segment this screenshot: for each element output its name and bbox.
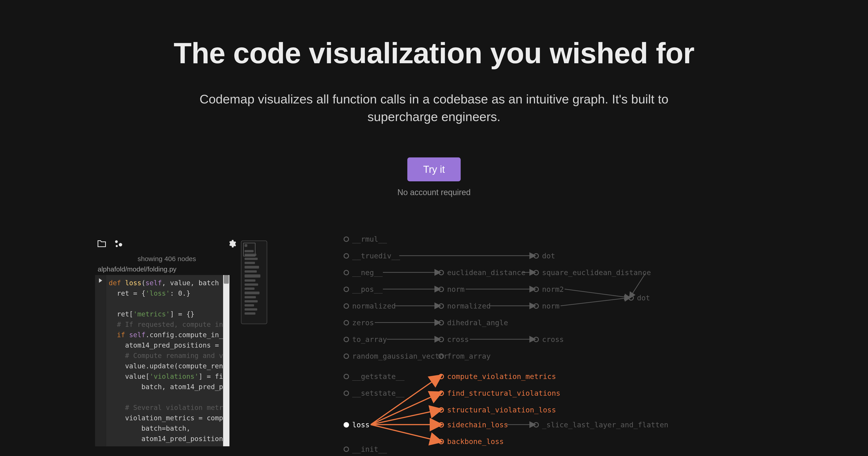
graph-node[interactable]: backbone_loss [438,437,504,446]
graph-node[interactable]: find_structural_violations [438,389,560,397]
svg-point-0 [115,240,118,243]
node-ring-icon [344,354,349,359]
node-label: cross [542,335,564,344]
node-label: loss [352,421,370,429]
node-label: __getstate__ [352,372,404,381]
graph-node[interactable]: structural_violation_loss [438,405,556,414]
page-title: The code visualization you wished for [0,36,868,70]
graph-node[interactable]: dot [628,294,650,302]
node-label: _slice_last_layer_and_flatten [542,421,669,429]
node-ring-icon [438,303,444,309]
graph-node[interactable]: zeros [344,319,374,327]
node-label: dot [637,294,650,302]
node-ring-icon [438,287,444,292]
node-label: norm [542,302,559,310]
node-ring-icon [344,391,349,396]
graph-node[interactable]: square_euclidean_distance [533,268,651,277]
graph-node[interactable]: __setstate__ [344,389,404,397]
graph-node[interactable]: loss [344,421,370,429]
graph-node[interactable]: __init__ [344,445,387,454]
node-label: __rmul__ [352,235,387,243]
vertical-scrollbar[interactable] [223,275,229,446]
node-ring-icon [344,337,349,342]
graph-node[interactable]: __pos__ [344,285,383,294]
node-label: random_gaussian_vector [352,352,448,360]
try-it-button[interactable]: Try it [407,157,461,182]
node-label: __truediv__ [352,252,400,260]
scrollbar-thumb[interactable] [224,275,229,284]
graph-node[interactable]: _slice_last_layer_and_flatten [533,421,669,429]
graph-icon[interactable] [114,240,123,249]
node-ring-icon [438,391,444,396]
collapse-arrow-icon[interactable] [99,278,102,284]
node-label: zeros [352,319,374,327]
graph-node[interactable]: sidechain_loss [438,421,508,429]
graph-node[interactable]: __getstate__ [344,372,404,381]
graph-node[interactable]: norm2 [533,285,564,294]
node-ring-icon [344,422,349,428]
demo-toolbar [95,238,239,251]
svg-line-15 [561,298,630,306]
node-ring-icon [533,253,539,259]
node-count-label: showing 406 nodes [95,255,239,263]
graph-node[interactable]: norm [438,285,465,294]
node-ring-icon [344,287,349,292]
node-label: backbone_loss [447,437,504,446]
graph-node[interactable]: __neg__ [344,268,383,277]
node-ring-icon [344,320,349,325]
node-label: to_array [352,335,387,344]
svg-line-14 [565,289,630,298]
node-label: normalized [447,302,491,310]
minimap[interactable] [241,240,267,324]
graph-node[interactable]: cross [438,335,469,344]
svg-line-21 [371,425,440,441]
page-subtitle: Codemap visualizes all function calls in… [163,90,705,126]
folder-icon[interactable] [97,240,106,249]
node-ring-icon [438,337,444,342]
node-label: __init__ [352,445,387,454]
node-ring-icon [438,422,444,428]
node-ring-icon [533,303,539,309]
node-ring-icon [344,270,349,275]
node-ring-icon [344,253,349,259]
node-label: dot [542,252,555,260]
graph-node[interactable]: euclidean_distance [438,268,526,277]
node-label: __setstate__ [352,389,404,397]
node-label: sidechain_loss [447,421,508,429]
node-ring-icon [438,374,444,379]
graph-node[interactable]: __rmul__ [344,235,387,243]
node-label: dihedral_angle [447,319,508,327]
graph-node[interactable]: normalized [344,302,396,310]
node-ring-icon [438,320,444,325]
node-ring-icon [438,407,444,413]
svg-point-1 [119,243,122,247]
graph-node[interactable]: __truediv__ [344,252,400,260]
node-label: norm [447,285,465,294]
node-label: find_structural_violations [447,389,560,397]
gear-icon[interactable] [227,239,237,249]
graph-node[interactable]: random_gaussian_vector [344,352,448,360]
node-ring-icon [533,270,539,275]
graph-node[interactable]: norm [533,302,559,310]
graph-node[interactable]: dot [533,252,555,260]
node-label: norm2 [542,285,564,294]
node-ring-icon [438,354,444,359]
code-source: def loss(self, value, batch ret = {'loss… [109,278,223,444]
node-label: structural_violation_loss [447,405,556,414]
call-graph[interactable]: __rmul____truediv____neg____pos__normali… [344,235,841,456]
node-label: normalized [352,302,396,310]
node-ring-icon [533,337,539,342]
node-ring-icon [628,295,634,301]
node-label: __pos__ [352,285,383,294]
code-panel[interactable]: def loss(self, value, batch ret = {'loss… [95,275,230,447]
graph-node[interactable]: normalized [438,302,491,310]
graph-node[interactable]: cross [533,335,564,344]
svg-point-2 [116,245,118,247]
graph-node[interactable]: to_array [344,335,387,344]
graph-node[interactable]: from_array [438,352,491,360]
node-label: from_array [447,352,491,360]
graph-node[interactable]: dihedral_angle [438,319,508,327]
svg-line-18 [371,393,440,425]
node-label: square_euclidean_distance [542,268,651,277]
graph-node[interactable]: compute_violation_metrics [438,372,556,381]
